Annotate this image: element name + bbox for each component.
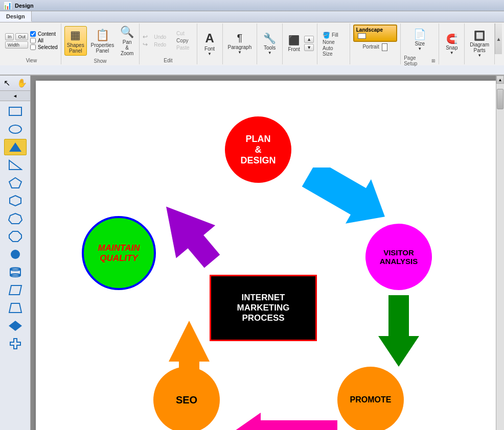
shape-item-rectangle[interactable] — [4, 103, 27, 120]
visitor-text: VISITORANALYSIS — [380, 248, 418, 266]
node-visitor[interactable]: VISITORANALYSIS — [365, 224, 432, 290]
redo-row: ↪ Redo — [143, 41, 170, 48]
font-button[interactable]: A Font ▼ — [201, 29, 218, 58]
hand-tool[interactable]: ✋ — [17, 78, 27, 88]
ribbon-collapse-button[interactable]: ▲ — [495, 23, 502, 54]
shape-item-hexagon[interactable] — [4, 193, 27, 209]
out-button[interactable]: Out — [15, 33, 28, 40]
selected-label: Selected — [38, 44, 58, 50]
ribbon-formula-bar — [0, 65, 504, 76]
svg-marker-3 — [9, 160, 21, 170]
snap-button[interactable]: 🧲 Snap ▼ — [444, 29, 460, 59]
node-maintain[interactable]: MAINTAINQUALITY — [82, 216, 156, 290]
copy-button[interactable]: Copy — [172, 37, 192, 44]
shapes-panel-button[interactable]: ▦ ShapesPanel — [64, 26, 87, 56]
node-seo[interactable]: SEO — [153, 367, 220, 430]
paste-button[interactable]: Paste — [172, 44, 194, 51]
width-button[interactable]: Width — [5, 41, 28, 49]
shape-item-pentagon[interactable] — [4, 175, 27, 191]
shape-item-parallelogram[interactable] — [4, 282, 27, 298]
edit-items: ↩ Undo ↪ Redo Cut Copy Paste — [143, 25, 193, 57]
shape-item-circle[interactable] — [4, 246, 27, 262]
portrait-button[interactable]: Portrait — [360, 43, 390, 52]
page-setup-expand-icon[interactable]: ⊞ — [431, 58, 436, 63]
redo-button[interactable]: Redo — [150, 41, 170, 48]
landscape-button[interactable]: Landscape — [353, 25, 397, 42]
title-bar-text: Design — [15, 3, 34, 9]
properties-icon: 📋 — [96, 29, 109, 42]
selected-row: Selected — [30, 44, 58, 50]
paragraph-button[interactable]: ¶ Paragraph ▼ — [226, 29, 254, 58]
pan-zoom-button[interactable]: 🔍 Pan &Zoom — [118, 25, 136, 57]
shape-item-ellipse[interactable] — [4, 121, 27, 137]
shape-item-cylinder[interactable] — [4, 264, 27, 280]
portrait-label: Portrait — [362, 44, 379, 50]
front-items: ⬛ Front ▲ ▼ — [286, 25, 314, 62]
copy-row: Copy — [172, 37, 194, 44]
diagram: PLAN&DESIGN VISITORANALYSIS PROMOTE SEO … — [36, 81, 499, 430]
edit-label: Edit — [164, 58, 172, 63]
tools-button[interactable]: 🔧 Tools ▼ — [261, 29, 278, 58]
cut-button[interactable]: Cut — [172, 30, 189, 37]
send-backward-button[interactable]: ▼ — [304, 44, 314, 51]
shape-item-triangle[interactable] — [4, 139, 27, 155]
diagram-parts-button[interactable]: 🔲 DiagramParts ▼ — [468, 29, 491, 59]
properties-panel-button[interactable]: 📋 PropertiesPanel — [89, 26, 116, 56]
tools-icon: 🔧 — [263, 32, 276, 44]
center-box[interactable]: INTERNETMARKETINGPROCESS — [210, 275, 317, 341]
bring-forward-button[interactable]: ▲ — [304, 36, 314, 43]
all-checkbox[interactable] — [30, 38, 36, 43]
content-checkbox[interactable] — [30, 31, 36, 37]
fill-items: 🪣 Fill None Auto Size — [320, 25, 347, 63]
selected-checkbox[interactable] — [30, 44, 36, 50]
scrollbar-thumb[interactable] — [497, 89, 503, 109]
svg-marker-7 — [9, 231, 21, 242]
center-text: INTERNETMARKETINGPROCESS — [237, 293, 290, 323]
pointer-tool[interactable]: ↖ — [4, 78, 10, 88]
canvas[interactable]: PLAN&DESIGN VISITORANALYSIS PROMOTE SEO … — [36, 81, 499, 430]
shape-item-right-triangle[interactable] — [4, 157, 27, 173]
node-plan[interactable]: PLAN&DESIGN — [225, 116, 291, 183]
redo-icon: ↪ — [143, 41, 148, 48]
shape-item-diamond[interactable] — [4, 318, 27, 334]
arrow-green — [378, 295, 419, 368]
front-arrows: ▲ ▼ — [304, 36, 314, 51]
view-group-items: In Out Width Content All Selected — [5, 25, 58, 57]
undo-icon: ↩ — [143, 33, 148, 40]
ribbon-group-orientation: Landscape Portrait — [350, 23, 401, 64]
shape-item-octagon[interactable] — [4, 228, 27, 245]
shape-item-plus[interactable] — [4, 336, 27, 352]
shape-item-trapezoid[interactable] — [4, 300, 27, 316]
undo-row: ↩ Undo — [143, 33, 170, 40]
view-label: View — [26, 58, 37, 63]
auto-size-row: Auto Size — [323, 45, 345, 57]
svg-marker-13 — [9, 303, 21, 313]
none-label: None — [323, 39, 335, 45]
size-items: 📄 Size ▼ — [411, 25, 428, 54]
svg-point-8 — [11, 250, 20, 259]
toolbar-scroll-up[interactable]: ◄ — [0, 91, 30, 101]
undo-button[interactable]: Undo — [150, 34, 170, 40]
front-button[interactable]: ⬛ Front — [286, 29, 302, 58]
front-label: Front — [288, 46, 300, 52]
node-promote[interactable]: PROMOTE — [337, 367, 404, 430]
scroll-up-button[interactable]: ▲ — [496, 76, 504, 84]
size-button[interactable]: 📄 Size ▼ — [411, 25, 428, 54]
ribbon-group-show: ▦ ShapesPanel 📋 PropertiesPanel 🔍 Pan &Z… — [61, 23, 140, 64]
snap-icon: 🧲 — [446, 33, 457, 44]
left-toolbar: ↖ ✋ ◄ — [0, 76, 31, 430]
tab-design[interactable]: Design — [0, 11, 32, 22]
diagram-parts-label: DiagramParts — [470, 42, 489, 53]
view-checkboxes: Content All Selected — [30, 31, 58, 50]
in-button[interactable]: In — [5, 33, 14, 40]
font-dropdown-icon: ▼ — [208, 52, 212, 56]
shape-item-heptagon[interactable] — [4, 210, 27, 227]
paragraph-dropdown-icon: ▼ — [238, 50, 242, 55]
pan-zoom-icon: 🔍 — [120, 26, 134, 39]
ribbon-group-front: ⬛ Front ▲ ▼ — [283, 23, 317, 64]
font-label: Font — [204, 46, 215, 52]
svg-marker-2 — [9, 142, 21, 152]
size-label: Size — [415, 41, 425, 46]
pan-zoom-label: Pan &Zoom — [120, 39, 134, 56]
fill-subgroup: 🪣 Fill None Auto Size — [320, 31, 347, 58]
